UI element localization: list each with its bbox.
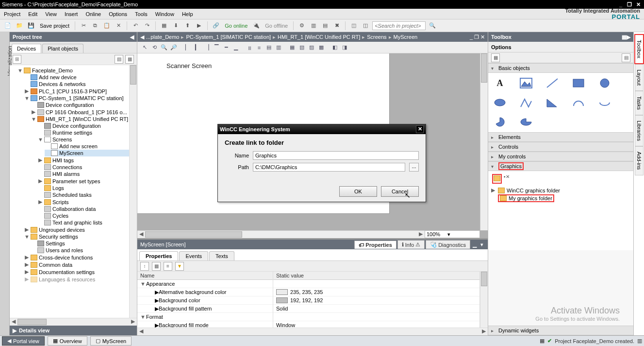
section-my-controls[interactable]: ▸My controls (488, 152, 633, 161)
vtab-toolbox[interactable]: Toolbox (634, 34, 644, 64)
subtab-texts[interactable]: Texts (209, 251, 234, 260)
menu-project[interactable]: Project (4, 11, 20, 17)
delete-icon[interactable]: ✕ (114, 21, 123, 31)
tb-ext1-icon[interactable]: ⚙ (297, 21, 307, 31)
et-dist-h-icon[interactable]: ⫼ (245, 43, 254, 52)
tree-hmi-alarms[interactable]: HMI alarms (38, 171, 136, 177)
save-project-button[interactable]: Save project (38, 22, 71, 30)
tb-ext2-icon[interactable]: ▥ (309, 21, 318, 31)
path-input[interactable] (253, 163, 405, 172)
et-zoom-icon[interactable]: 🔍 (160, 43, 168, 52)
tree-crossdev[interactable]: ▶Cross-device functions (24, 254, 136, 261)
tree-scripts[interactable]: ▶Scripts (38, 198, 136, 206)
search-input[interactable] (372, 21, 426, 30)
browse-button[interactable]: ... (409, 163, 419, 172)
crumb-0[interactable]: ...plate_Demo (146, 34, 179, 40)
editor-min-icon[interactable]: _ (470, 34, 473, 40)
menu-tools[interactable]: Tools (135, 11, 148, 17)
tree-cycles[interactable]: Cycles (38, 212, 136, 219)
row-fillmode[interactable]: ▶ Background fill mode (137, 321, 273, 328)
et-grp2-icon[interactable]: ◨ (340, 43, 349, 52)
graphics-delete-icon[interactable]: ▪✕ (504, 174, 510, 184)
tree-lang[interactable]: ▶Languages & resources (24, 276, 136, 283)
shape-arc2[interactable] (598, 97, 611, 108)
tree-opt2-icon[interactable]: ▦ (125, 55, 134, 64)
tree-dev-config[interactable]: Device configuration (31, 102, 136, 108)
tree-users[interactable]: Users and roles (31, 247, 136, 254)
zoom-control[interactable]: ▾ (425, 230, 480, 238)
toolbox-collapse-icon[interactable]: ▶ (627, 34, 630, 40)
tree-hmi-tags[interactable]: ▶HMI tags (38, 156, 136, 164)
tree-root[interactable]: ▼Faceplate_Demo (17, 67, 136, 74)
canvas-area[interactable]: Scanner Screen WinCC Engineering System … (137, 53, 488, 238)
toolbox-opt-icon[interactable]: ▦ (622, 34, 627, 40)
et-align-m-icon[interactable]: ━ (222, 43, 231, 52)
subtab-events[interactable]: Events (179, 251, 208, 260)
new-icon[interactable]: 📄 (3, 21, 13, 31)
tree-opt1-icon[interactable]: ▤ (115, 55, 123, 64)
et-align-c-icon[interactable]: ▎ (193, 43, 201, 52)
crumb-1[interactable]: PC-System_1 [SIMATIC PC station] (186, 34, 271, 40)
section-basic-objects[interactable]: ▾Basic objects (488, 63, 633, 73)
section-dynamic-widgets[interactable]: ▸Dynamic widgets (488, 326, 633, 335)
myscreen-button[interactable]: ▢MyScreen (90, 336, 132, 346)
tb-ext4-icon[interactable]: ✖ (332, 21, 342, 31)
copy-icon[interactable]: ⧉ (90, 21, 100, 31)
section-controls[interactable]: ▸Controls (488, 142, 633, 152)
cut-icon[interactable]: ✂ (79, 21, 88, 31)
go-offline-button[interactable]: Go offline (263, 22, 290, 30)
ok-button[interactable]: OK (339, 186, 377, 197)
tb-ext3-icon[interactable]: ▤ (320, 21, 330, 31)
et-dist4-icon[interactable]: ▥ (274, 43, 283, 52)
et-align-l-icon[interactable]: ▏ (183, 43, 192, 52)
props-scroll-v[interactable] (480, 272, 488, 328)
shape-triangle[interactable] (545, 97, 559, 108)
group-format[interactable]: ▼Format (137, 313, 273, 321)
crumb-4[interactable]: MyScreen (394, 34, 418, 40)
row-bg[interactable]: ▶ Background color (137, 296, 273, 305)
zoom-input[interactable] (427, 231, 446, 237)
tab-info[interactable]: ℹInfo⚠ (397, 240, 425, 249)
vtab-tasks[interactable]: Tasks (635, 91, 644, 115)
et-dist3-icon[interactable]: ▤ (264, 43, 273, 52)
portal-view-button[interactable]: ◀Portal view (2, 336, 45, 346)
et-dist-v-icon[interactable]: ≡ (255, 43, 264, 52)
save-icon[interactable]: 💾 (26, 21, 36, 31)
search-go-icon[interactable]: 🔍 (428, 21, 437, 31)
tree-add-screen[interactable]: Add new screen (45, 143, 136, 150)
tree-cp1616[interactable]: ▶CP 1616 Onboard_1 [CP 1616 o... (31, 108, 136, 116)
shape-polyline[interactable] (519, 97, 533, 108)
et-order1-icon[interactable]: ▦ (288, 43, 297, 52)
tree-hmi-rt[interactable]: ▼HMI_RT_1 [WinCC Unified PC RT] (31, 116, 136, 122)
name-input[interactable] (253, 151, 419, 160)
tree-docset[interactable]: ▶Documentation settings (24, 268, 136, 276)
editor-max-icon[interactable]: ❐ (474, 34, 479, 40)
open-icon[interactable]: 📁 (15, 21, 24, 31)
paste-icon[interactable]: 📋 (102, 21, 112, 31)
link-icon[interactable]: 🔗 (211, 21, 221, 31)
section-graphics[interactable]: ▾Graphics (488, 161, 633, 171)
download-icon[interactable]: ⬇ (171, 21, 181, 31)
section-elements[interactable]: ▸Elements (488, 132, 633, 142)
tree-settings[interactable]: Settings (31, 240, 136, 247)
tree-screens[interactable]: ▼Screens (38, 136, 136, 143)
overview-button[interactable]: ▦Overview (48, 336, 87, 346)
props-cat-icon[interactable]: ▦ (152, 262, 161, 271)
tree-security[interactable]: ▼Security settings (24, 233, 136, 240)
et-select-icon[interactable]: ↖ (140, 43, 149, 52)
upload-icon[interactable]: ⬆ (182, 21, 192, 31)
sim-icon[interactable]: ▶ (194, 21, 204, 31)
shape-circle[interactable] (598, 78, 611, 88)
minimize-button[interactable]: _ (617, 1, 625, 8)
et-order4-icon[interactable]: ▩ (317, 43, 326, 52)
val-bg[interactable]: 192, 192, 192 (273, 296, 479, 305)
shape-ellipse[interactable] (493, 97, 507, 108)
group-appearance[interactable]: ▼Appearance (137, 280, 273, 288)
cancel-button[interactable]: Cancel (381, 186, 419, 197)
status-extra-icon[interactable]: ▥ (637, 338, 642, 344)
tree-collab[interactable]: Collaboration data (38, 206, 136, 212)
tab-properties[interactable]: 🏷Properties (354, 241, 396, 249)
editor-close-icon[interactable]: ✕ (480, 34, 485, 40)
tree-dev-config2[interactable]: Device configuration (38, 122, 136, 129)
tree-pc-system[interactable]: ▼PC-System_1 [SIMATIC PC station] (24, 95, 136, 102)
